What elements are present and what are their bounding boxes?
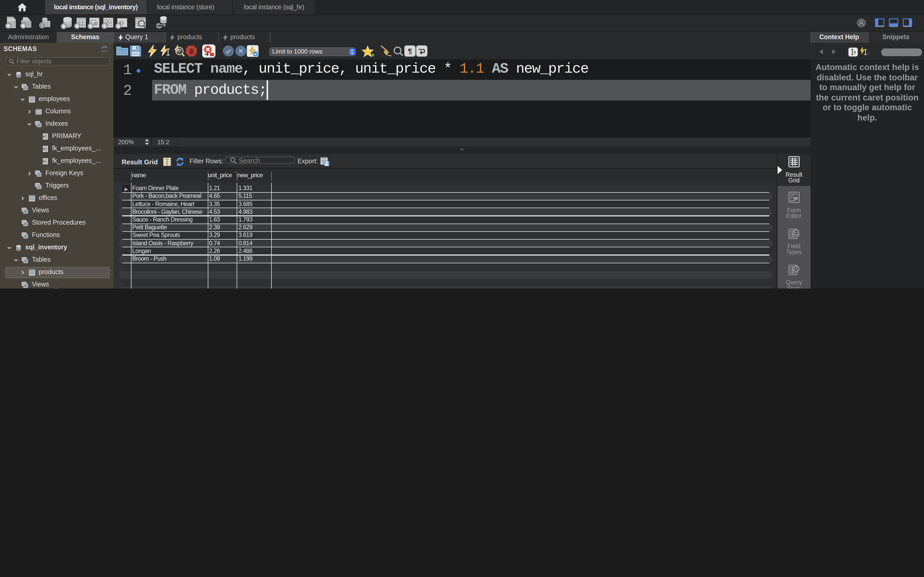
svg-text:SQL: SQL: [23, 18, 29, 21]
svg-text:i: i: [41, 23, 42, 28]
svg-text:¶: ¶: [408, 47, 412, 55]
svg-text:?: ?: [867, 52, 869, 56]
svg-text:?: ?: [853, 50, 856, 55]
svg-text:SQL: SQL: [8, 18, 14, 22]
